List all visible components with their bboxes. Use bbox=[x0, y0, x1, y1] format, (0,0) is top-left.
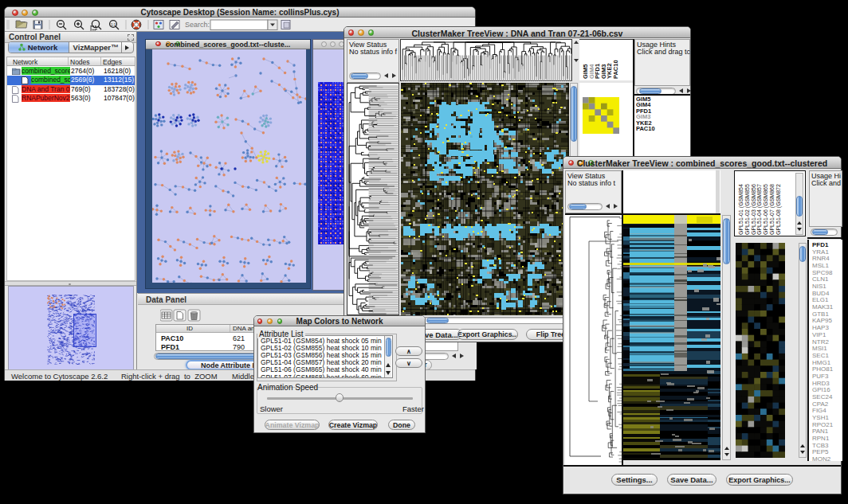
svg-text:Search:: Search: bbox=[185, 21, 210, 29]
svg-text:1:1: 1:1 bbox=[111, 23, 116, 27]
